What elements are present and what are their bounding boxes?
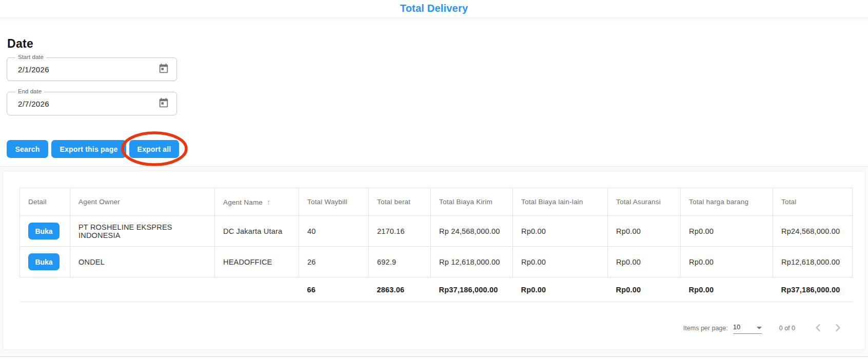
- end-date-field[interactable]: End date 2/7/2026: [7, 92, 177, 115]
- top-bar-shadow: [0, 17, 868, 22]
- col-header-agent-name[interactable]: Agent Name↑: [215, 188, 299, 216]
- col-header-total-biaya-lain[interactable]: Total Biaya lain-lain: [513, 188, 608, 216]
- report-card: Detail Agent Owner Agent Name↑ Total Way…: [3, 171, 865, 350]
- cell-agent-name: HEADOFFICE: [215, 247, 299, 277]
- start-date-picker-button[interactable]: [157, 63, 170, 76]
- next-page-button[interactable]: [828, 318, 847, 338]
- cell-total: Rp24,568,000.00: [773, 216, 853, 247]
- col-header-total-harga-barang[interactable]: Total harga barang: [681, 188, 773, 216]
- cell-agent-owner: ONDEL: [70, 247, 215, 277]
- footer-total-asuransi: Rp0.00: [608, 277, 681, 302]
- detail-buka-button[interactable]: Buka: [28, 223, 60, 240]
- paginator-range-label: 0 of 0: [779, 325, 795, 332]
- date-section-title: Date: [7, 37, 33, 51]
- report-section: Detail Agent Owner Agent Name↑ Total Way…: [0, 167, 868, 359]
- col-header-total[interactable]: Total: [773, 188, 853, 216]
- table-header-row: Detail Agent Owner Agent Name↑ Total Way…: [20, 188, 853, 216]
- cell-total-berat: 2170.16: [369, 216, 431, 247]
- footer-total-berat: 2863.06: [369, 277, 431, 302]
- export-this-page-button[interactable]: Export this page: [51, 140, 126, 158]
- table-row: Buka ONDEL HEADOFFICE 26 692.9 Rp 12,618…: [20, 247, 853, 277]
- footer-total-waybill: 66: [299, 277, 369, 302]
- calendar-icon: [158, 63, 169, 76]
- chevron-down-icon: [757, 327, 762, 329]
- start-date-field[interactable]: Start date 2/1/2026: [7, 57, 177, 81]
- cell-total-harga-barang: Rp0.00: [681, 247, 773, 277]
- cell-total-biaya-lain: Rp0.00: [513, 247, 608, 277]
- start-date-value[interactable]: 2/1/2026: [18, 65, 49, 74]
- top-bar: Total Delivery: [0, 0, 868, 17]
- search-button[interactable]: Search: [7, 140, 48, 158]
- cell-total-biaya-kirim: Rp 12,618,000.00: [431, 247, 513, 277]
- cell-total-biaya-lain: Rp0.00: [513, 216, 608, 247]
- cell-total-waybill: 40: [299, 216, 369, 247]
- cell-total: Rp12,618,000.00: [773, 247, 853, 277]
- chevron-left-icon: [812, 322, 824, 335]
- table-row: Buka PT ROSHELINE EKSPRES INDONESIA DC J…: [20, 216, 853, 247]
- table-totals-row: 66 2863.06 Rp37,186,000.00 Rp0.00 Rp0.00…: [20, 277, 853, 302]
- page-size-select[interactable]: 10: [733, 323, 762, 334]
- start-date-label: Start date: [15, 54, 46, 60]
- previous-page-button[interactable]: [808, 318, 828, 338]
- cell-agent-name: DC Jakarta Utara: [215, 216, 299, 247]
- cell-total-biaya-kirim: Rp 24,568,000.00: [431, 216, 513, 247]
- cell-total-asuransi: Rp0.00: [608, 247, 681, 277]
- end-date-picker-button[interactable]: [157, 97, 170, 110]
- page-size-value: 10: [733, 323, 740, 331]
- end-date-value[interactable]: 2/7/2026: [18, 99, 49, 108]
- sort-asc-icon: ↑: [267, 198, 270, 206]
- actions-toolbar: Search Export this page Export all: [7, 140, 179, 158]
- detail-buka-button[interactable]: Buka: [28, 253, 60, 270]
- footer-total-harga-barang: Rp0.00: [681, 277, 773, 302]
- footer-total-biaya-lain: Rp0.00: [513, 277, 608, 302]
- col-header-total-asuransi[interactable]: Total Asuransi: [608, 188, 681, 216]
- cell-total-waybill: 26: [299, 247, 369, 277]
- footer-total-biaya-kirim: Rp37,186,000.00: [431, 277, 513, 302]
- col-header-total-waybill[interactable]: Total Waybill: [299, 188, 369, 216]
- cell-total-asuransi: Rp0.00: [608, 216, 681, 247]
- paginator: Items per page: 10 0 of 0: [683, 318, 847, 338]
- cell-agent-owner: PT ROSHELINE EKSPRES INDONESIA: [70, 216, 215, 247]
- export-all-button[interactable]: Export all: [129, 140, 179, 158]
- col-header-total-berat[interactable]: Total berat: [369, 188, 431, 216]
- items-per-page-label: Items per page:: [683, 325, 728, 332]
- delivery-table: Detail Agent Owner Agent Name↑ Total Way…: [19, 188, 853, 302]
- col-header-agent-owner[interactable]: Agent Owner: [70, 188, 215, 216]
- col-header-total-biaya-kirim[interactable]: Total Biaya Kirim: [431, 188, 513, 216]
- footer-total: Rp37,186,000.00: [773, 277, 853, 302]
- end-date-label: End date: [15, 88, 44, 94]
- chevron-right-icon: [832, 322, 844, 335]
- bottom-strip: [0, 357, 868, 359]
- calendar-icon: [158, 97, 169, 110]
- col-header-agent-name-label: Agent Name: [223, 198, 263, 206]
- col-header-detail: Detail: [20, 188, 70, 216]
- cell-total-berat: 692.9: [369, 247, 431, 277]
- page-title: Total Delivery: [400, 3, 468, 14]
- cell-total-harga-barang: Rp0.00: [681, 216, 773, 247]
